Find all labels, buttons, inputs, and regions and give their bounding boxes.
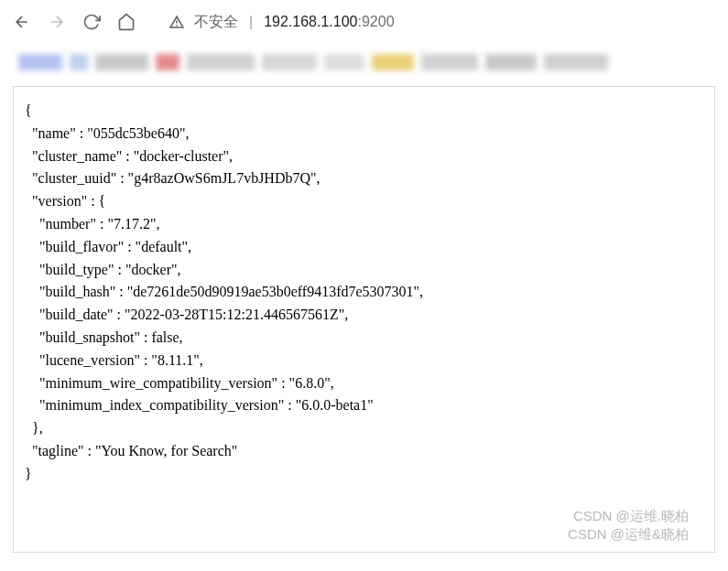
- bookmark-item[interactable]: [262, 54, 317, 70]
- browser-toolbar: 不安全 | 192.168.1.100:9200: [0, 0, 728, 44]
- url-host: 192.168.1.100: [264, 14, 357, 29]
- json-name: 055dc53be640: [93, 125, 179, 141]
- bookmark-item[interactable]: [70, 54, 88, 70]
- json-cluster-name: docker-cluster: [139, 148, 223, 164]
- json-build-flavor: default: [141, 239, 181, 254]
- back-icon[interactable]: [11, 11, 33, 33]
- json-min-index: 6.0.0-beta1: [301, 397, 367, 413]
- json-version-number: 7.17.2: [114, 216, 150, 232]
- json-build-snapshot: false: [151, 329, 179, 345]
- reload-icon[interactable]: [81, 11, 103, 33]
- json-build-hash: de7261de50d90919ae53b0eff9413fd7e5307301: [133, 284, 413, 299]
- address-bar[interactable]: 不安全 | 192.168.1.100:9200: [168, 13, 717, 32]
- json-cluster-uuid: g4r8azOwS6mJL7vbJHDb7Q: [134, 170, 310, 186]
- bookmark-item[interactable]: [324, 54, 364, 70]
- forward-icon[interactable]: [46, 11, 68, 33]
- response-body: { "name" : "055dc53be640", "cluster_name…: [13, 86, 715, 553]
- bookmark-item[interactable]: [421, 54, 478, 70]
- json-build-type: docker: [131, 262, 171, 277]
- watermark: CSDN @运维.晓柏CSDN @运维&晓柏: [568, 507, 689, 543]
- json-min-wire: 6.8.0: [295, 375, 324, 391]
- bookmark-item[interactable]: [18, 54, 62, 70]
- bookmark-item[interactable]: [95, 54, 148, 70]
- bookmark-item[interactable]: [544, 54, 608, 70]
- bookmarks-bar: [0, 44, 728, 81]
- watermark-line1: CSDN @运维.晓柏: [573, 508, 689, 523]
- not-secure-icon: [168, 14, 185, 30]
- json-build-date: 2022-03-28T15:12:21.446567561Z: [131, 307, 339, 322]
- bookmark-item[interactable]: [372, 54, 414, 70]
- url-port: :9200: [357, 14, 394, 29]
- json-lucene-version: 8.11.1: [158, 352, 193, 368]
- bookmark-item[interactable]: [485, 54, 537, 70]
- url: 192.168.1.100:9200: [264, 14, 394, 30]
- not-secure-label: 不安全: [194, 13, 238, 32]
- bookmark-item[interactable]: [187, 54, 255, 70]
- watermark-line2: CSDN @运维&晓柏: [568, 526, 689, 542]
- json-tagline: You Know, for Search: [102, 443, 232, 458]
- bookmark-item[interactable]: [156, 54, 179, 70]
- home-icon[interactable]: [115, 11, 137, 33]
- separator: |: [249, 14, 253, 30]
